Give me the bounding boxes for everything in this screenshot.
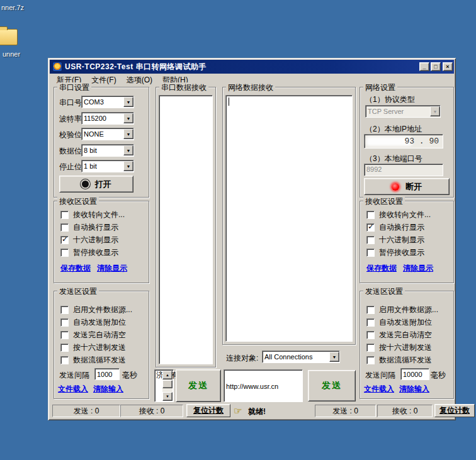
pointer-hand-icon: ☞ (234, 405, 242, 417)
com-port-select[interactable]: COM3 ▼ (81, 96, 134, 108)
protocol-label: （1）协议类型 (365, 94, 415, 105)
network-send-input[interactable] (224, 369, 303, 402)
scroll-up-icon[interactable]: ▲ (162, 371, 173, 379)
baud-rate-select[interactable]: 115200 ▼ (81, 112, 134, 125)
chevron-down-icon[interactable]: ▼ (123, 129, 133, 139)
stop-bits-select[interactable]: 1 bit ▼ (81, 160, 134, 172)
chevron-down-icon[interactable]: ▼ (123, 97, 133, 107)
serial-sent-counter: 发送 : 0 (52, 405, 120, 417)
network-reset-count-button[interactable]: 复位计数 (434, 404, 475, 417)
checkbox-clear-after-send[interactable] (366, 331, 375, 339)
parity-label: 校验位 (59, 130, 82, 140)
checkbox-auto-append[interactable] (60, 318, 69, 327)
desktop-file-label[interactable]: nner.7z (1, 4, 24, 11)
baud-rate-label: 波特率 (59, 114, 82, 125)
network-settings-group: 网络设置 （1）协议类型 TCP Server ▼ （2）本地IP地址 93 .… (360, 87, 454, 198)
clear-display-link[interactable]: 清除显示 (403, 263, 433, 274)
checkbox-auto-append[interactable] (366, 318, 375, 327)
send-left-legend: 发送区设置 (57, 286, 99, 297)
chevron-down-icon[interactable]: ▼ (329, 352, 339, 362)
menu-options[interactable]: 选项(O) (122, 74, 157, 87)
interval-label: 发送间隔 (59, 370, 89, 381)
desktop-folder-label[interactable]: unner (3, 50, 20, 58)
chevron-down-icon[interactable]: ▼ (123, 113, 133, 123)
local-ip-field: 93 . 90 (364, 134, 443, 149)
network-recv-area[interactable] (225, 95, 353, 342)
menu-file[interactable]: 文件(F) (86, 74, 121, 87)
data-bits-select[interactable]: 8 bit ▼ (81, 144, 134, 157)
chevron-down-icon[interactable]: ▼ (123, 161, 133, 171)
app-icon (52, 62, 62, 72)
network-data-group: 网络数据接收 (222, 87, 356, 345)
checkbox-loop-send[interactable] (366, 356, 375, 364)
recv-left-legend: 接收区设置 (57, 196, 99, 207)
serial-settings-group: 串口设置 串口号 波特率 校验位 数据位 停止位 COM3 ▼ 115200 ▼… (54, 87, 149, 198)
serial-recv-counter: 接收 : 0 (120, 405, 183, 417)
recv-settings-left-group: 接收区设置 接收转向文件... 自动换行显示 十六进制显示 暂停接收显示 保存数… (54, 201, 149, 283)
serial-send-scrollbar[interactable]: ▲ ▼ (162, 371, 173, 401)
checkbox-pause-recv[interactable] (60, 249, 69, 257)
clear-input-link[interactable]: 清除输入 (399, 384, 429, 395)
connected-indicator-icon (392, 183, 399, 191)
checkbox-clear-after-send[interactable] (60, 331, 69, 339)
local-port-label: （3）本地端口号 (365, 154, 422, 164)
closed-indicator-icon (82, 181, 89, 188)
local-ip-label: （2）本地IP地址 (365, 124, 422, 135)
folder-icon[interactable] (0, 29, 18, 45)
stop-bits-label: 停止位 (59, 162, 82, 172)
checkbox-send-hex[interactable] (60, 344, 69, 352)
save-data-link[interactable]: 保存数据 (60, 263, 91, 274)
interval-unit: 毫秒 (431, 370, 446, 381)
local-port-field: 8992 (364, 164, 443, 176)
network-settings-legend: 网络设置 (363, 82, 397, 93)
open-serial-button[interactable]: 打开 (59, 176, 133, 193)
scroll-down-icon[interactable]: ▼ (162, 392, 173, 401)
load-file-link[interactable]: 文件载入 (364, 384, 394, 395)
minimize-button[interactable]: _ (419, 62, 429, 71)
load-file-link[interactable]: 文件载入 (58, 384, 88, 395)
clear-display-link[interactable]: 清除显示 (97, 263, 127, 274)
send-settings-left-group: 发送区设置 启用文件数据源... 自动发送附加位 发送完自动清空 按十六进制发送… (54, 291, 149, 399)
interval-input[interactable] (400, 368, 429, 380)
parity-select[interactable]: NONE ▼ (81, 128, 134, 140)
title-bar[interactable]: USR-TCP232-Test 串口转网络调试助手 _ □ × (50, 60, 454, 74)
com-port-label: 串口号 (59, 98, 82, 108)
serial-reset-count-button[interactable]: 复位计数 (186, 404, 230, 417)
serial-settings-legend: 串口设置 (57, 82, 91, 93)
checkbox-loop-send[interactable] (60, 356, 69, 364)
network-data-legend: 网络数据接收 (226, 82, 275, 93)
ready-status: 就绪! (248, 407, 266, 417)
data-bits-label: 数据位 (59, 146, 82, 157)
checkbox-pause-recv[interactable] (366, 249, 375, 257)
serial-send-button[interactable]: 发送 (176, 369, 221, 402)
send-settings-right-group: 发送区设置 启用文件数据源... 自动发送附加位 发送完自动清空 按十六进制发送… (360, 291, 454, 399)
recv-settings-right-group: 接收区设置 接收转向文件... 自动换行显示 十六进制显示 暂停接收显示 保存数… (360, 201, 454, 283)
network-send-button[interactable]: 发送 (308, 370, 356, 401)
checkbox-auto-wrap[interactable] (366, 223, 375, 232)
checkbox-hex-display[interactable] (366, 236, 375, 244)
checkbox-send-hex[interactable] (366, 344, 375, 352)
checkbox-recv-to-file[interactable] (60, 211, 69, 219)
save-data-link[interactable]: 保存数据 (366, 263, 397, 274)
interval-label: 发送间隔 (365, 370, 395, 381)
chevron-down-icon[interactable]: ▼ (123, 145, 133, 155)
connection-select[interactable]: All Connections ▼ (262, 351, 340, 363)
clear-input-link[interactable]: 清除输入 (93, 384, 123, 395)
checkbox-recv-to-file[interactable] (366, 211, 375, 219)
protocol-select: TCP Server ▼ (365, 105, 441, 118)
checkbox-hex-display[interactable] (60, 236, 69, 244)
chevron-down-icon: ▼ (430, 106, 440, 116)
close-button[interactable]: × (443, 62, 453, 71)
maximize-button[interactable]: □ (431, 62, 441, 71)
recv-right-legend: 接收区设置 (363, 196, 405, 207)
serial-send-input[interactable]: 济南有 ▲ ▼ (154, 369, 174, 402)
checkbox-file-source[interactable] (366, 306, 375, 314)
scroll-thumb[interactable] (162, 380, 173, 388)
serial-recv-area[interactable] (159, 95, 213, 364)
text-caret (229, 98, 229, 106)
interval-input[interactable] (94, 368, 120, 380)
disconnect-button[interactable]: 断开 (364, 178, 450, 195)
checkbox-auto-wrap[interactable] (60, 223, 69, 232)
checkbox-file-source[interactable] (60, 306, 69, 314)
connection-label: 连接对象: (226, 353, 258, 364)
